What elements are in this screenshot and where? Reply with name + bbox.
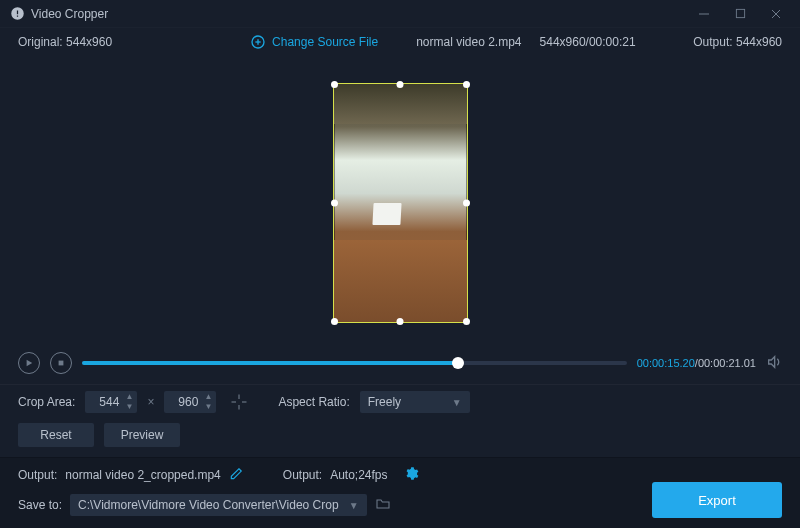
crop-width-stepper[interactable]: ▲▼ bbox=[123, 392, 135, 412]
pencil-icon bbox=[229, 467, 243, 481]
chevron-up-icon[interactable]: ▲ bbox=[123, 392, 135, 402]
original-label: Original: 544x960 bbox=[18, 35, 112, 49]
preview-image-region bbox=[334, 84, 467, 124]
reset-button[interactable]: Reset bbox=[18, 423, 94, 447]
maximize-button[interactable] bbox=[722, 4, 758, 24]
aspect-ratio-value: Freely bbox=[368, 395, 401, 409]
crop-area-label: Crop Area: bbox=[18, 395, 75, 409]
play-button[interactable] bbox=[18, 352, 40, 374]
action-buttons: Reset Preview bbox=[0, 423, 800, 457]
crop-handle-s[interactable] bbox=[397, 318, 404, 325]
preview-button[interactable]: Preview bbox=[104, 423, 180, 447]
save-path-value: C:\Vidmore\Vidmore Video Converter\Video… bbox=[78, 498, 339, 512]
total-time: 00:00:21.01 bbox=[698, 357, 756, 369]
crop-handle-sw[interactable] bbox=[331, 318, 338, 325]
titlebar: Video Cropper bbox=[0, 0, 800, 28]
info-bar: Original: 544x960 Change Source File nor… bbox=[0, 28, 800, 58]
chevron-down-icon: ▼ bbox=[452, 397, 462, 408]
aspect-ratio-select[interactable]: Freely ▼ bbox=[360, 391, 470, 413]
change-source-button[interactable]: Change Source File bbox=[250, 34, 378, 50]
crop-frame[interactable] bbox=[333, 83, 468, 323]
preview-image-region bbox=[373, 203, 402, 225]
output-file-label: Output: bbox=[18, 468, 57, 482]
aspect-ratio-label: Aspect Ratio: bbox=[278, 395, 349, 409]
chevron-down-icon[interactable]: ▼ bbox=[123, 402, 135, 412]
crop-width-field[interactable]: 544 ▲▼ bbox=[85, 391, 137, 413]
window-title: Video Cropper bbox=[31, 7, 686, 21]
output-resolution: Output: 544x960 bbox=[693, 35, 782, 49]
center-icon bbox=[230, 393, 248, 411]
source-resolution-time: 544x960/00:00:21 bbox=[540, 35, 636, 49]
volume-icon bbox=[766, 354, 782, 370]
crop-height-value: 960 bbox=[172, 395, 198, 409]
crop-handle-n[interactable] bbox=[397, 81, 404, 88]
save-path-select[interactable]: C:\Vidmore\Vidmore Video Converter\Video… bbox=[70, 494, 367, 516]
svg-marker-9 bbox=[769, 356, 775, 367]
output-filename: normal video 2_cropped.mp4 bbox=[65, 468, 220, 482]
source-filename: normal video 2.mp4 bbox=[416, 35, 521, 49]
play-icon bbox=[25, 359, 33, 367]
stop-button[interactable] bbox=[50, 352, 72, 374]
crop-handle-ne[interactable] bbox=[463, 81, 470, 88]
app-logo-icon bbox=[10, 6, 25, 21]
crop-handle-se[interactable] bbox=[463, 318, 470, 325]
dimensions-separator: × bbox=[147, 395, 154, 409]
gear-icon bbox=[404, 466, 419, 481]
chevron-up-icon[interactable]: ▲ bbox=[202, 392, 214, 402]
folder-icon bbox=[375, 496, 391, 512]
rename-output-button[interactable] bbox=[229, 467, 243, 484]
plus-circle-icon bbox=[250, 34, 266, 50]
current-time: 00:00:15.20 bbox=[637, 357, 695, 369]
svg-rect-1 bbox=[736, 9, 744, 17]
crop-handle-e[interactable] bbox=[463, 200, 470, 207]
crop-height-field[interactable]: 960 ▲▼ bbox=[164, 391, 216, 413]
stop-icon bbox=[57, 359, 65, 367]
seek-slider[interactable] bbox=[82, 361, 627, 365]
playback-controls: 00:00:15.20/00:00:21.01 bbox=[0, 348, 800, 384]
crop-handle-w[interactable] bbox=[331, 200, 338, 207]
crop-width-value: 544 bbox=[93, 395, 119, 409]
center-crop-button[interactable] bbox=[226, 391, 252, 413]
output-format-label: Output: bbox=[283, 468, 322, 482]
crop-handle-nw[interactable] bbox=[331, 81, 338, 88]
svg-rect-8 bbox=[59, 361, 64, 366]
crop-settings: Crop Area: 544 ▲▼ × 960 ▲▼ Aspect Ratio:… bbox=[0, 384, 800, 423]
output-settings-button[interactable] bbox=[404, 466, 419, 484]
volume-button[interactable] bbox=[766, 354, 782, 373]
close-button[interactable] bbox=[758, 4, 794, 24]
open-folder-button[interactable] bbox=[375, 496, 391, 515]
chevron-down-icon: ▼ bbox=[349, 500, 359, 511]
original-value: 544x960 bbox=[66, 35, 112, 49]
export-button[interactable]: Export bbox=[652, 482, 782, 518]
preview-image-region bbox=[334, 240, 467, 322]
save-to-label: Save to: bbox=[18, 498, 62, 512]
output-format-value: Auto;24fps bbox=[330, 468, 387, 482]
seek-knob[interactable] bbox=[452, 357, 464, 369]
crop-height-stepper[interactable]: ▲▼ bbox=[202, 392, 214, 412]
timecode: 00:00:15.20/00:00:21.01 bbox=[637, 357, 756, 369]
video-preview-area[interactable] bbox=[0, 58, 800, 348]
chevron-down-icon[interactable]: ▼ bbox=[202, 402, 214, 412]
svg-marker-7 bbox=[27, 360, 33, 366]
minimize-button[interactable] bbox=[686, 4, 722, 24]
save-row: Save to: C:\Vidmore\Vidmore Video Conver… bbox=[0, 490, 800, 528]
